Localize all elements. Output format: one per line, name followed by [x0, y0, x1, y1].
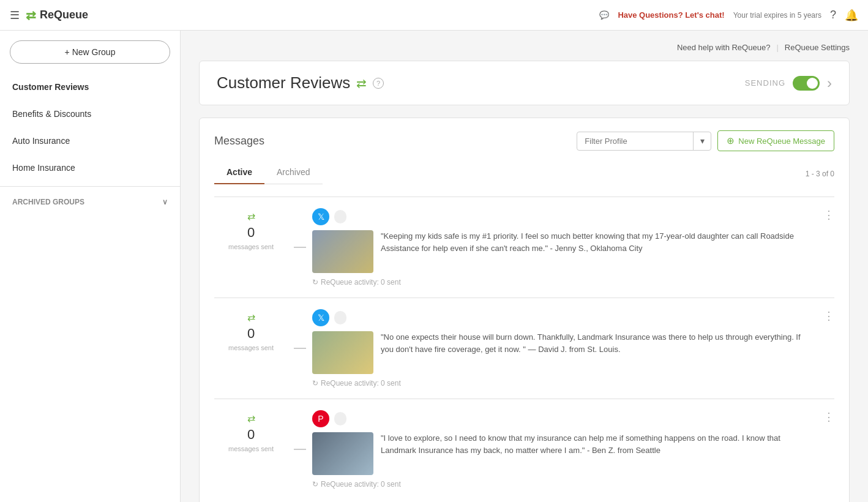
message-text-3: "I love to explore, so I need to know th…	[381, 432, 810, 456]
separator-line-3	[294, 449, 306, 450]
message-content-row-3: "I love to explore, so I need to know th…	[312, 432, 810, 475]
message-text-1: "Keeping my kids safe is my #1 priority.…	[381, 230, 810, 254]
message-right-2: ⋮	[810, 309, 834, 323]
main-content: Need help with ReQueue? | ReQueue Settin…	[181, 31, 868, 502]
messages-section: Messages ▾ ⊕ New ReQueue Message Active	[199, 118, 850, 502]
messages-sent-count-1: 0	[247, 225, 255, 241]
help-requeue-link[interactable]: Need help with ReQueue?	[677, 43, 771, 52]
top-navigation: ☰ ⇄ ReQueue 💬 Have Questions? Let's chat…	[0, 0, 868, 31]
topbar-separator: |	[776, 43, 778, 52]
requeue-activity-text-2: ReQueue activity: 0 sent	[321, 379, 401, 388]
profile-pill-2	[334, 311, 346, 324]
filter-profile-wrap: ▾	[577, 132, 711, 151]
messages-sent-label-1: messages sent	[228, 243, 274, 250]
plus-circle-icon: ⊕	[727, 135, 735, 146]
message-social-row-3: P	[312, 410, 810, 427]
sidebar-item-customer-reviews[interactable]: Customer Reviews	[0, 73, 180, 100]
twitter-icon-2: 𝕏	[312, 309, 329, 326]
archived-groups-label: ARCHIVED GROUPS	[12, 198, 84, 206]
requeue-activity-text-3: ReQueue activity: 0 sent	[321, 480, 401, 489]
group-help-icon[interactable]: ?	[373, 78, 384, 89]
requeue-shuffle-icon-2: ⇄	[247, 312, 255, 323]
separator-line-1	[294, 247, 306, 248]
logo-shuffle-icon: ⇄	[26, 8, 36, 23]
message-item: ⇄ 0 messages sent 𝕏 "No one expects thei…	[214, 298, 834, 399]
tab-archived[interactable]: Archived	[264, 161, 322, 184]
have-questions-link[interactable]: Have Questions? Let's chat!	[618, 10, 724, 20]
app-logo: ⇄ ReQueue	[26, 8, 88, 23]
new-group-button[interactable]: + New Group	[10, 40, 170, 64]
message-right-1: ⋮	[810, 208, 834, 222]
message-right-3: ⋮	[810, 410, 834, 424]
requeue-activity-2: ↻ ReQueue activity: 0 sent	[312, 379, 810, 388]
messages-sent-label-2: messages sent	[228, 344, 274, 351]
archived-groups-section[interactable]: ARCHIVED GROUPS ∨	[0, 192, 180, 212]
message-center-2: 𝕏 "No one expects their house will burn …	[312, 309, 810, 388]
group-title-area: Customer Reviews ⇄ ?	[217, 73, 384, 92]
messages-tabs: Active Archived	[214, 161, 323, 184]
filter-dropdown-arrow-icon[interactable]: ▾	[693, 132, 711, 151]
message-image-3	[312, 432, 373, 475]
hamburger-menu-icon[interactable]: ☰	[10, 9, 20, 22]
message-menu-icon-3[interactable]: ⋮	[823, 410, 834, 424]
requeue-settings-link[interactable]: ReQueue Settings	[785, 43, 850, 52]
message-image-2	[312, 331, 373, 374]
profile-pill-1	[334, 210, 346, 223]
new-requeue-button-label: New ReQueue Message	[738, 137, 825, 146]
message-image-1	[312, 230, 373, 273]
message-center-3: P "I love to explore, so I need to know …	[312, 410, 810, 489]
message-list: ⇄ 0 messages sent 𝕏 "Keeping my kids saf…	[214, 197, 834, 500]
messages-header: Messages ▾ ⊕ New ReQueue Message	[214, 130, 834, 151]
sidebar-item-benefits-discounts[interactable]: Benefits & Discounts	[0, 100, 180, 127]
sidebar-item-auto-insurance[interactable]: Auto Insurance	[0, 127, 180, 154]
archived-chevron-icon: ∨	[162, 198, 168, 206]
message-left-stats: ⇄ 0 messages sent	[214, 208, 288, 250]
help-icon[interactable]: ?	[830, 9, 836, 21]
requeue-activity-text-1: ReQueue activity: 0 sent	[321, 278, 401, 287]
message-content-row-1: "Keeping my kids safe is my #1 priority.…	[312, 230, 810, 273]
filter-profile-input[interactable]	[577, 132, 711, 151]
logo-text: ReQueue	[40, 9, 88, 21]
message-left-stats-2: ⇄ 0 messages sent	[214, 309, 288, 351]
notifications-icon[interactable]: 🔔	[845, 9, 858, 22]
sidebar-divider	[0, 186, 180, 187]
sidebar-item-home-insurance[interactable]: Home Insurance	[0, 154, 180, 181]
messages-title: Messages	[214, 135, 264, 148]
messages-sent-count-3: 0	[247, 427, 255, 443]
sending-toggle[interactable]	[793, 76, 820, 91]
group-expand-chevron-icon[interactable]: ›	[827, 75, 832, 92]
pagination-info: 1 - 3 of 0	[806, 170, 834, 178]
message-menu-icon-2[interactable]: ⋮	[823, 309, 834, 323]
group-header-card: Customer Reviews ⇄ ? SENDING ›	[199, 61, 850, 105]
messages-actions: ▾ ⊕ New ReQueue Message	[577, 130, 834, 151]
group-header-right: SENDING ›	[745, 75, 832, 92]
new-requeue-message-button[interactable]: ⊕ New ReQueue Message	[717, 130, 834, 151]
message-item: ⇄ 0 messages sent 𝕏 "Keeping my kids saf…	[214, 197, 834, 298]
group-title: Customer Reviews	[217, 73, 350, 92]
main-topbar: Need help with ReQueue? | ReQueue Settin…	[199, 43, 850, 52]
chat-bubble-icon: 💬	[599, 10, 609, 20]
sidebar: + New Group Customer Reviews Benefits & …	[0, 31, 181, 502]
messages-sent-label-3: messages sent	[228, 445, 274, 452]
profile-pill-3	[334, 412, 346, 425]
requeue-shuffle-icon-1: ⇄	[247, 211, 255, 222]
requeue-shuffle-icon-3: ⇄	[247, 413, 255, 424]
pinterest-icon-3: P	[312, 410, 329, 427]
group-shuffle-icon[interactable]: ⇄	[356, 76, 367, 91]
trial-text: Your trial expires in 5 years	[733, 11, 821, 20]
messages-sent-count-2: 0	[247, 326, 255, 342]
message-social-row-2: 𝕏	[312, 309, 810, 326]
twitter-icon-1: 𝕏	[312, 208, 329, 225]
tab-bar-row: Active Archived 1 - 3 of 0	[214, 161, 834, 187]
message-social-row-1: 𝕏	[312, 208, 810, 225]
separator-line-2	[294, 348, 306, 349]
message-text-2: "No one expects their house will burn do…	[381, 331, 810, 355]
requeue-activity-1: ↻ ReQueue activity: 0 sent	[312, 278, 810, 287]
message-menu-icon-1[interactable]: ⋮	[823, 208, 834, 222]
message-left-stats-3: ⇄ 0 messages sent	[214, 410, 288, 452]
requeue-activity-icon-3: ↻	[312, 480, 318, 489]
message-content-row-2: "No one expects their house will burn do…	[312, 331, 810, 374]
message-item: ⇄ 0 messages sent P "I love to explore, …	[214, 399, 834, 500]
tab-active[interactable]: Active	[214, 161, 264, 184]
requeue-activity-3: ↻ ReQueue activity: 0 sent	[312, 480, 810, 489]
